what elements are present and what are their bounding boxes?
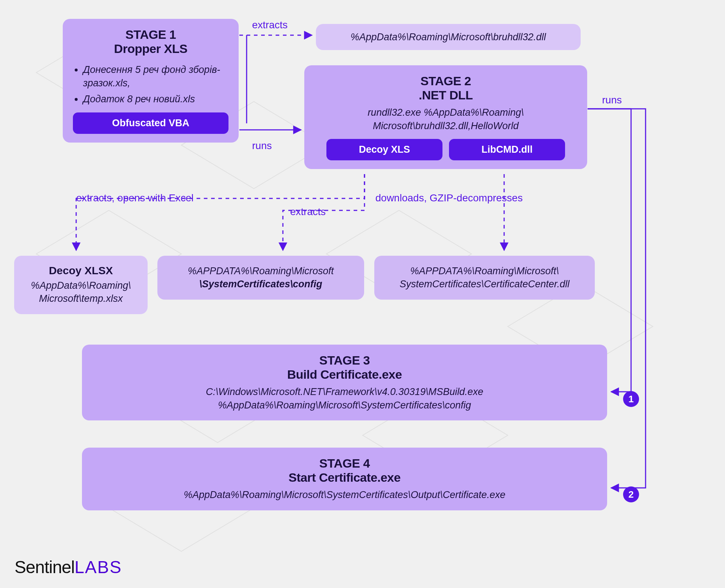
config-l2: \SystemCertificates\config — [199, 279, 322, 289]
sentinellabs-logo: SentinelLABS — [15, 557, 122, 577]
stage2-title-line1: STAGE 2 — [420, 74, 471, 88]
cert-l2: SystemCertificates\CertificateCenter.dll — [400, 279, 570, 289]
logo-labs: LABS — [74, 558, 122, 577]
stage3-t1: STAGE 3 — [319, 353, 370, 367]
obfuscated-vba-pill: Obfuscated VBA — [73, 112, 228, 134]
stage2-box: STAGE 2 .NET DLL rundll32.exe %AppData%\… — [304, 65, 587, 169]
stage3-b2: %AppData%\Roaming\Microsoft\SystemCertif… — [218, 400, 471, 411]
stage2-body-l1: rundll32.exe %AppData%\Roaming\ — [368, 107, 524, 118]
config-box: %APPDATA%\Roaming\Microsoft \SystemCerti… — [157, 256, 364, 300]
stage4-box: STAGE 4 Start Certificate.exe %AppData%\… — [82, 448, 607, 510]
stage3-t2: Build Certificate.exe — [287, 367, 402, 381]
decoy-l1: %AppData%\Roaming\ — [31, 280, 131, 291]
stage2-title-line2: .NET DLL — [419, 88, 473, 102]
certcenter-box: %APPDATA%\Roaming\Microsoft\ SystemCerti… — [374, 256, 595, 300]
stage1-bullets: Донесення 5 реч фонд зборів- зразок.xls,… — [73, 63, 228, 106]
label-extracts-mid: extracts — [290, 206, 326, 218]
stage1-bullet-1: Додаток 8 реч новий.xls — [83, 92, 228, 106]
bruh-path-box: %AppData%\Roaming\Microsoft\bruhdll32.dl… — [316, 24, 581, 50]
stage3-b1: C:\Windows\Microsoft.NET\Framework\v4.0.… — [206, 386, 483, 397]
badge-1: 1 — [623, 391, 639, 407]
badge-2: 2 — [623, 486, 639, 502]
stage4-t2: Start Certificate.exe — [289, 470, 401, 484]
decoy-xls-pill: Decoy XLS — [326, 139, 442, 160]
stage2-body-l2: Microsoft\bruhdll32.dll,HelloWorld — [373, 120, 519, 131]
label-extracts-opens: extracts, opens with Excel — [76, 192, 194, 204]
bruh-path-text: %AppData%\Roaming\Microsoft\bruhdll32.dl… — [351, 32, 546, 42]
stage1-box: STAGE 1 Dropper XLS Донесення 5 реч фонд… — [63, 19, 239, 143]
libcmd-pill: LibCMD.dll — [449, 139, 565, 160]
decoy-xlsx-box: Decoy XLSX %AppData%\Roaming\ Microsoft\… — [14, 256, 148, 314]
stage2-body: rundll32.exe %AppData%\Roaming\ Microsof… — [314, 106, 577, 132]
stage4-b: %AppData%\Roaming\Microsoft\SystemCertif… — [184, 489, 506, 500]
cert-l1: %APPDATA%\Roaming\Microsoft\ — [410, 266, 559, 276]
stage2-title: STAGE 2 .NET DLL — [314, 74, 577, 102]
label-runs2: runs — [602, 94, 622, 106]
label-extracts-top: extracts — [252, 19, 288, 31]
stage4-t1: STAGE 4 — [319, 456, 370, 470]
decoy-l2: Microsoft\temp.xlsx — [39, 293, 123, 304]
logo-brand: Sentinel — [15, 558, 74, 577]
label-downloads: downloads, GZIP-decompresses — [375, 192, 523, 204]
stage1-bullet-0: Донесення 5 реч фонд зборів- зразок.xls, — [83, 63, 228, 90]
decoy-title: Decoy XLSX — [24, 264, 137, 277]
stage3-box: STAGE 3 Build Certificate.exe C:\Windows… — [82, 345, 607, 420]
label-runs1: runs — [252, 140, 272, 152]
stage1-title: STAGE 1 Dropper XLS — [73, 28, 228, 56]
stage1-title-line2: Dropper XLS — [114, 42, 187, 55]
stage1-title-line1: STAGE 1 — [125, 28, 176, 41]
config-l1: %APPDATA%\Roaming\Microsoft — [188, 266, 334, 276]
